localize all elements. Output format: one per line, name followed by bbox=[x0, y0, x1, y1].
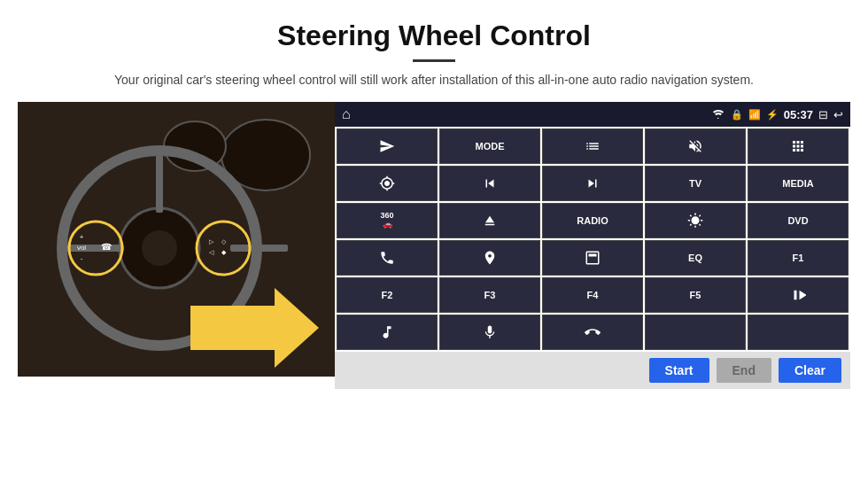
mute-button[interactable] bbox=[645, 128, 746, 164]
lock-icon: 🔒 bbox=[731, 109, 743, 120]
f1-button[interactable]: F1 bbox=[748, 240, 849, 276]
svg-text:vol: vol bbox=[77, 244, 86, 252]
wifi-icon bbox=[711, 108, 725, 121]
car-image: + vol - ☎ ▷ ◇ ◁ ◆ bbox=[18, 102, 335, 377]
title-divider bbox=[413, 59, 455, 62]
screen-mirror-button[interactable] bbox=[542, 240, 643, 276]
mic-button[interactable] bbox=[439, 315, 540, 350]
content-area: + vol - ☎ ▷ ◇ ◁ ◆ ⌂ 🔒 📶 ⚡ 0 bbox=[18, 102, 850, 389]
tv-button[interactable]: TV bbox=[645, 166, 746, 201]
eq-button[interactable]: EQ bbox=[645, 240, 746, 276]
sim-icon: 📶 bbox=[748, 109, 761, 120]
start-button[interactable]: Start bbox=[649, 358, 709, 383]
settings-button[interactable] bbox=[337, 166, 438, 201]
music-button[interactable] bbox=[337, 315, 438, 350]
playpause-button[interactable] bbox=[748, 277, 849, 313]
bottom-bar: Start End Clear bbox=[335, 352, 850, 389]
status-icons: 🔒 📶 ⚡ 05:37 ⊟ ↩ bbox=[711, 108, 843, 121]
f3-button[interactable]: F3 bbox=[439, 277, 540, 313]
empty-1 bbox=[645, 315, 746, 350]
apps-button[interactable] bbox=[748, 128, 849, 164]
home-icon[interactable]: ⌂ bbox=[342, 106, 351, 122]
page-subtitle: Your original car's steering wheel contr… bbox=[53, 71, 815, 89]
empty-2 bbox=[748, 315, 849, 350]
list-button[interactable] bbox=[542, 128, 643, 164]
bt-icon: ⚡ bbox=[766, 109, 779, 120]
end-button[interactable]: End bbox=[717, 358, 771, 383]
clear-button[interactable]: Clear bbox=[779, 358, 841, 383]
svg-point-11 bbox=[142, 230, 177, 266]
f5-button[interactable]: F5 bbox=[645, 277, 746, 313]
svg-rect-7 bbox=[156, 155, 163, 213]
status-bar: ⌂ 🔒 📶 ⚡ 05:37 ⊟ ↩ bbox=[335, 102, 850, 127]
dvd-button[interactable]: DVD bbox=[748, 203, 849, 238]
status-time: 05:37 bbox=[784, 108, 813, 121]
nav-button[interactable] bbox=[439, 240, 540, 276]
mode-button[interactable]: MODE bbox=[439, 128, 540, 164]
eject-button[interactable] bbox=[439, 203, 540, 238]
screen-icon: ⊟ bbox=[818, 108, 828, 121]
phone-button[interactable] bbox=[337, 240, 438, 276]
svg-text:-: - bbox=[81, 254, 83, 262]
cam360-button[interactable]: 360🚗 bbox=[337, 203, 438, 238]
svg-rect-5 bbox=[66, 245, 124, 252]
next-button[interactable] bbox=[542, 166, 643, 201]
radio-button[interactable]: RADIO bbox=[542, 203, 643, 238]
svg-rect-6 bbox=[230, 245, 288, 252]
back-icon[interactable]: ↩ bbox=[833, 108, 843, 121]
page-title: Steering Wheel Control bbox=[0, 19, 868, 52]
media-button[interactable]: MEDIA bbox=[748, 166, 849, 201]
button-grid: MODE TV MEDIA 360🚗 bbox=[335, 127, 850, 352]
f4-button[interactable]: F4 bbox=[542, 277, 643, 313]
call-end-button[interactable] bbox=[542, 315, 643, 350]
f2-button[interactable]: F2 bbox=[337, 277, 438, 313]
svg-text:+: + bbox=[80, 233, 84, 241]
svg-text:☎: ☎ bbox=[101, 242, 112, 252]
control-panel: ⌂ 🔒 📶 ⚡ 05:37 ⊟ ↩ MODE bbox=[335, 102, 850, 389]
send-button[interactable] bbox=[337, 128, 438, 164]
prev-button[interactable] bbox=[439, 166, 540, 201]
brightness-button[interactable] bbox=[645, 203, 746, 238]
